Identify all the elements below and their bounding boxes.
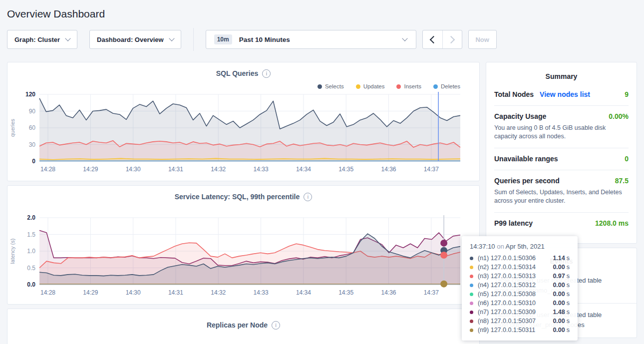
prev-range-button[interactable] bbox=[423, 30, 442, 48]
node-latency-value: 0.00 bbox=[553, 264, 565, 271]
svg-text:14:33: 14:33 bbox=[254, 289, 269, 296]
chevron-left-icon bbox=[429, 35, 437, 43]
info-icon[interactable]: i bbox=[262, 69, 271, 78]
legend-item-selects[interactable]: Selects bbox=[318, 82, 344, 90]
sql-queries-panel: SQL Queries i SelectsUpdatesInsertsDelet… bbox=[7, 62, 480, 181]
summary-label: Queries per second bbox=[494, 177, 560, 185]
tooltip-timestamp: 14:37:10 on Apr 5th, 2021 bbox=[470, 243, 570, 250]
service-latency-chart[interactable]: 14:2814:2914:3014:3114:3214:3314:3414:35… bbox=[7, 215, 478, 299]
svg-text:30: 30 bbox=[29, 141, 36, 148]
dashboard-dropdown[interactable]: Dashboard: Overview bbox=[89, 30, 181, 49]
node-latency-unit: s bbox=[567, 309, 570, 316]
svg-text:14:34: 14:34 bbox=[296, 289, 311, 296]
svg-text:1.0: 1.0 bbox=[27, 248, 35, 255]
svg-text:14:36: 14:36 bbox=[381, 289, 396, 296]
node-color-dot-icon bbox=[470, 302, 473, 305]
svg-text:14:31: 14:31 bbox=[168, 289, 183, 296]
node-latency-value: 0.00 bbox=[553, 282, 565, 289]
svg-text:14:29: 14:29 bbox=[83, 166, 98, 173]
node-address: (n3) 127.0.0.1:50313 bbox=[478, 273, 536, 280]
summary-row: Queries per second87.5Sum of Selects, Up… bbox=[494, 170, 629, 212]
tooltip-node-row: (n9) 127.0.0.1:503110.00s bbox=[470, 326, 570, 335]
summary-row: Unavailable ranges0 bbox=[494, 148, 629, 170]
graph-dropdown-label: Graph: Cluster bbox=[14, 36, 60, 43]
info-icon[interactable]: i bbox=[304, 193, 312, 201]
svg-text:14:32: 14:32 bbox=[211, 166, 226, 173]
time-range-dropdown[interactable]: 10m Past 10 Minutes bbox=[206, 30, 416, 49]
replicas-per-node-panel: Replicas per Node i bbox=[7, 309, 480, 344]
legend-dot-icon bbox=[396, 84, 401, 89]
node-address: (n1) 127.0.0.1:50306 bbox=[478, 255, 536, 262]
svg-text:120: 120 bbox=[25, 91, 35, 98]
legend-dot-icon bbox=[356, 84, 360, 89]
legend-item-updates[interactable]: Updates bbox=[356, 82, 385, 90]
node-address: (n2) 127.0.0.1:50314 bbox=[478, 264, 536, 271]
summary-value: 87.5 bbox=[615, 177, 629, 185]
summary-value: 0 bbox=[625, 155, 629, 163]
next-range-button[interactable] bbox=[442, 30, 462, 48]
view-nodes-list-link[interactable]: View nodes list bbox=[540, 90, 590, 98]
legend-item-inserts[interactable]: Inserts bbox=[396, 82, 421, 90]
summary-value: 0.00% bbox=[609, 112, 629, 120]
tooltip-on: on bbox=[497, 243, 504, 250]
node-latency-unit: s bbox=[567, 282, 570, 289]
node-color-dot-icon bbox=[470, 311, 473, 314]
now-button[interactable]: Now bbox=[468, 30, 497, 49]
tooltip-date: Apr 5th, 2021 bbox=[506, 243, 545, 250]
svg-text:14:34: 14:34 bbox=[296, 166, 311, 173]
node-latency-unit: s bbox=[567, 273, 570, 280]
node-latency-value: 0.00 bbox=[553, 291, 565, 298]
sql-queries-chart[interactable]: 14:2814:2914:3014:3114:3214:3314:3414:35… bbox=[7, 91, 478, 175]
summary-label: Capacity Usage bbox=[494, 112, 546, 120]
svg-text:1.5: 1.5 bbox=[27, 231, 35, 238]
dashboard-dropdown-label: Dashboard: Overview bbox=[97, 36, 164, 43]
node-latency-unit: s bbox=[567, 327, 570, 334]
node-color-dot-icon bbox=[470, 266, 473, 269]
node-address: (n4) 127.0.0.1:50312 bbox=[478, 282, 536, 289]
legend-label: Inserts bbox=[404, 83, 421, 89]
legend-item-deletes[interactable]: Deletes bbox=[433, 82, 460, 90]
summary-panel: Summary Total NodesView nodes list9Capac… bbox=[486, 62, 637, 244]
legend-label: Updates bbox=[363, 83, 385, 89]
node-latency-value: 0.00 bbox=[553, 300, 565, 307]
node-color-dot-icon bbox=[470, 284, 473, 287]
chart-title-row: SQL Queries i bbox=[7, 68, 479, 78]
svg-text:14:31: 14:31 bbox=[168, 166, 183, 173]
summary-value: 9 bbox=[625, 90, 629, 98]
summary-value: 1208.0 ms bbox=[595, 219, 629, 227]
tooltip-time: 14:37:10 bbox=[470, 243, 495, 250]
chevron-down-icon bbox=[65, 35, 70, 41]
graph-dropdown[interactable]: Graph: Cluster bbox=[7, 30, 77, 49]
summary-label: Unavailable ranges bbox=[494, 155, 558, 163]
replicas-per-node-title: Replicas per Node bbox=[207, 321, 268, 329]
summary-row: Capacity Usage0.00%You are using 0 B of … bbox=[494, 105, 629, 148]
svg-text:14:36: 14:36 bbox=[381, 166, 396, 173]
summary-label: P99 latency bbox=[494, 219, 533, 227]
node-address: (n7) 127.0.0.1:50309 bbox=[478, 309, 536, 316]
chart-title-row: Replicas per Node i bbox=[7, 320, 479, 330]
legend-label: Selects bbox=[325, 83, 344, 89]
svg-text:14:35: 14:35 bbox=[338, 289, 353, 296]
svg-text:14:28: 14:28 bbox=[40, 166, 55, 173]
svg-text:14:28: 14:28 bbox=[40, 289, 55, 296]
svg-text:queries: queries bbox=[9, 118, 15, 137]
chart-hover-tooltip: 14:37:10 on Apr 5th, 2021 (n1) 127.0.0.1… bbox=[462, 236, 578, 341]
node-latency-unit: s bbox=[567, 300, 570, 307]
summary-label: Total Nodes bbox=[494, 90, 534, 98]
service-latency-panel: Service Latency: SQL, 99th percentile i … bbox=[7, 185, 480, 305]
chevron-right-icon bbox=[447, 35, 455, 43]
legend-label: Deletes bbox=[441, 83, 460, 89]
node-color-dot-icon bbox=[470, 257, 473, 260]
node-latency-value: 0.00 bbox=[553, 327, 565, 334]
summary-rows: Total NodesView nodes list9Capacity Usag… bbox=[494, 84, 629, 234]
node-latency-value: 1.48 bbox=[553, 309, 565, 316]
svg-text:14:35: 14:35 bbox=[338, 166, 353, 173]
tooltip-node-row: (n4) 127.0.0.1:503120.00s bbox=[470, 281, 570, 290]
tooltip-node-row: (n3) 127.0.0.1:503130.97s bbox=[470, 272, 570, 281]
node-latency-value: 0.97 bbox=[553, 273, 565, 280]
node-address: (n6) 127.0.0.1:50310 bbox=[478, 300, 536, 307]
info-icon[interactable]: i bbox=[272, 321, 280, 330]
svg-text:2.0: 2.0 bbox=[27, 215, 35, 221]
tooltip-node-row: (n7) 127.0.0.1:503091.48s bbox=[470, 308, 570, 317]
node-latency-unit: s bbox=[567, 291, 570, 298]
